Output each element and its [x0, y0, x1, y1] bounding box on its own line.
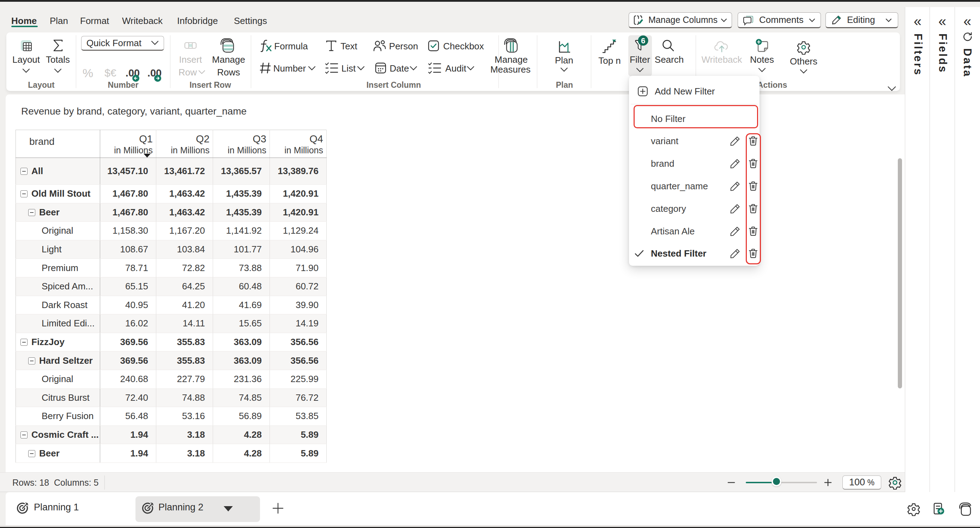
svg-text:6: 6 — [641, 36, 645, 45]
